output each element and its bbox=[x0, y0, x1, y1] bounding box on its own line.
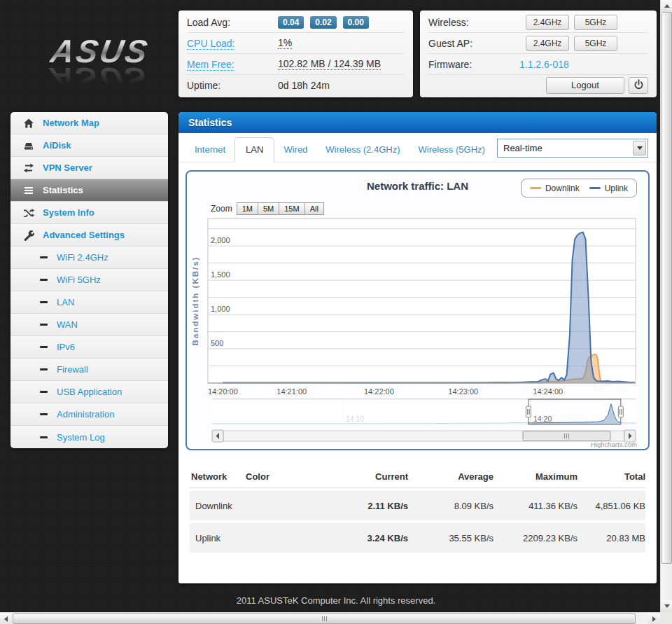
dash-icon bbox=[40, 368, 48, 370]
scroll-left-button[interactable] bbox=[0, 613, 12, 624]
sidebar-item-ipv6[interactable]: IPv6 bbox=[10, 336, 168, 359]
dash-icon bbox=[40, 436, 48, 438]
wireless-24ghz-button[interactable]: 2.4GHz bbox=[526, 15, 569, 30]
firmware-version-link[interactable]: 1.1.2.6-018 bbox=[519, 59, 569, 70]
wireless-row: Wireless: 2.4GHz 5GHz bbox=[428, 12, 648, 33]
dash-icon bbox=[40, 324, 48, 326]
swap-icon bbox=[23, 162, 34, 174]
firmware-row: Firmware: 1.1.2.6-018 bbox=[428, 54, 648, 75]
sidebar-item-usb-application[interactable]: USB Application bbox=[10, 381, 168, 403]
x-tick-label: 14:21:00 bbox=[276, 387, 307, 396]
col-average: Average bbox=[408, 471, 493, 482]
x-tick-label: 14:24:00 bbox=[533, 387, 563, 396]
sidebar-item-vpn-server[interactable]: VPN Server bbox=[10, 157, 168, 179]
cpu-load-value: 1% bbox=[278, 37, 292, 49]
x-tick-label: 14:20:00 bbox=[208, 387, 238, 396]
sidebar-nav: Network Map AiDisk VPN Server Statistics… bbox=[10, 112, 168, 448]
guest-ap-row: Guest AP: 2.4GHz 5GHz bbox=[428, 33, 648, 54]
sidebar-item-aidisk[interactable]: AiDisk bbox=[10, 134, 168, 157]
mem-free-link[interactable]: Mem Free: bbox=[187, 59, 234, 71]
arrow-up-icon bbox=[664, 4, 670, 8]
wireless-panel: Wireless: 2.4GHz 5GHz Guest AP: 2.4GHz 5… bbox=[420, 11, 657, 97]
col-color: Color bbox=[246, 471, 330, 482]
uptime-value: 0d 18h 24m bbox=[278, 80, 330, 91]
logout-row: Logout bbox=[428, 75, 648, 96]
load-avg-row: Load Avg: 0.04 0.02 0.00 bbox=[187, 12, 405, 33]
vertical-scrollbar-thumb[interactable] bbox=[662, 12, 672, 564]
traffic-chart: 5001,0001,5002,00014:20:0014:21:0014:22:… bbox=[187, 172, 648, 449]
y-tick-label: 2,000 bbox=[211, 236, 230, 244]
navigator-handle-right[interactable] bbox=[618, 406, 623, 417]
dash-icon bbox=[40, 391, 48, 393]
horizontal-scrollbar[interactable] bbox=[0, 612, 660, 624]
tab-wireless-5ghz[interactable]: Wireless (5GHz) bbox=[410, 138, 494, 162]
navigator-handle-left[interactable] bbox=[526, 406, 531, 417]
cpu-load-link[interactable]: CPU Load: bbox=[187, 38, 234, 50]
chevron-down-icon bbox=[637, 146, 643, 150]
tab-wired[interactable]: Wired bbox=[274, 138, 316, 162]
tab-lan[interactable]: LAN bbox=[234, 137, 274, 162]
scroll-up-button[interactable] bbox=[661, 0, 672, 12]
sidebar-item-wan[interactable]: WAN bbox=[10, 314, 168, 336]
col-maximum: Maximum bbox=[493, 471, 578, 482]
navigator-tick-label: 14:20 bbox=[533, 415, 552, 423]
sidebar-item-statistics[interactable]: Statistics bbox=[10, 179, 168, 202]
dash-icon bbox=[40, 279, 48, 281]
dash-icon bbox=[40, 256, 48, 258]
cpu-load-row: CPU Load: 1% bbox=[187, 33, 405, 54]
dash-icon bbox=[40, 413, 48, 415]
guest-ap-label: Guest AP: bbox=[428, 38, 519, 49]
mem-free-value: 102.82 MB / 124.39 MB bbox=[278, 58, 381, 70]
arrow-down-icon bbox=[664, 604, 670, 608]
sidebar-item-lan[interactable]: LAN bbox=[10, 291, 168, 314]
traffic-chart-container: Network traffic: LAN Downlink Uplink Zoo… bbox=[186, 170, 650, 450]
x-tick-label: 14:23:00 bbox=[448, 387, 478, 396]
table-header-row: Network Color Current Average Maximum To… bbox=[190, 466, 645, 488]
wireless-5ghz-button[interactable]: 5GHz bbox=[574, 15, 617, 30]
sidebar-item-wifi-5ghz[interactable]: WiFi 5GHz bbox=[10, 269, 168, 291]
sidebar-item-system-log[interactable]: System Log bbox=[10, 426, 168, 448]
scroll-right-button[interactable] bbox=[648, 613, 660, 624]
col-current: Current bbox=[330, 471, 408, 482]
dropdown-arrow-button[interactable] bbox=[633, 141, 646, 155]
shuffle-icon bbox=[23, 207, 34, 219]
col-total: Total bbox=[578, 471, 645, 482]
table-row-uplink: Uplink 3.24 KB/s 35.55 KB/s 2209.23 KB/s… bbox=[190, 523, 645, 553]
list-icon bbox=[23, 185, 34, 196]
power-icon bbox=[634, 79, 644, 92]
sidebar-item-advanced-settings[interactable]: Advanced Settings bbox=[10, 224, 168, 247]
tab-internet[interactable]: Internet bbox=[186, 138, 234, 162]
load-avg-badge-3: 0.00 bbox=[343, 16, 369, 29]
scroll-down-button[interactable] bbox=[661, 600, 672, 612]
copyright-footer: 2011 ASUSTeK Computer Inc. All rights re… bbox=[0, 595, 672, 606]
main-content-panel: Statistics Internet LAN Wired Wireless (… bbox=[178, 112, 657, 583]
vertical-scrollbar[interactable] bbox=[660, 0, 672, 612]
sidebar-item-firewall[interactable]: Firewall bbox=[10, 359, 168, 381]
guest-5ghz-button[interactable]: 5GHz bbox=[574, 36, 617, 51]
period-dropdown-value: Real-time bbox=[503, 143, 542, 153]
x-tick-label: 14:22:00 bbox=[364, 387, 394, 396]
asus-logo: ASUS ASUS bbox=[27, 32, 174, 98]
arrow-left-icon bbox=[4, 616, 8, 622]
system-status-panel: Load Avg: 0.04 0.02 0.00 CPU Load: 1% Me… bbox=[178, 11, 413, 97]
period-dropdown[interactable]: Real-time bbox=[497, 139, 648, 158]
guest-24ghz-button[interactable]: 2.4GHz bbox=[526, 36, 569, 51]
uptime-label: Uptime: bbox=[187, 80, 278, 91]
highcharts-credit[interactable]: Highcharts.com bbox=[591, 441, 637, 448]
y-axis-title: Bandwidth (KB/s) bbox=[191, 256, 200, 346]
sidebar-item-administration[interactable]: Administration bbox=[10, 403, 168, 426]
mem-free-row: Mem Free: 102.82 MB / 124.39 MB bbox=[187, 54, 405, 75]
table-row-downlink: Downlink 2.11 KB/s 8.09 KB/s 411.36 KB/s… bbox=[190, 491, 645, 520]
navigator-mask-left bbox=[212, 399, 528, 424]
tab-wireless-24ghz[interactable]: Wireless (2.4GHz) bbox=[316, 138, 409, 162]
reboot-button[interactable] bbox=[629, 77, 648, 94]
y-tick-label: 500 bbox=[211, 339, 223, 347]
load-avg-badge-2: 0.02 bbox=[310, 16, 336, 29]
sidebar-item-network-map[interactable]: Network Map bbox=[10, 112, 168, 134]
sidebar-item-system-info[interactable]: System Info bbox=[10, 202, 168, 224]
disk-icon bbox=[23, 140, 34, 151]
sidebar-item-wifi-24ghz[interactable]: WiFi 2.4GHz bbox=[10, 247, 168, 269]
horizontal-scrollbar-thumb[interactable] bbox=[13, 613, 636, 624]
home-icon bbox=[23, 118, 34, 129]
logout-button[interactable]: Logout bbox=[546, 77, 624, 94]
